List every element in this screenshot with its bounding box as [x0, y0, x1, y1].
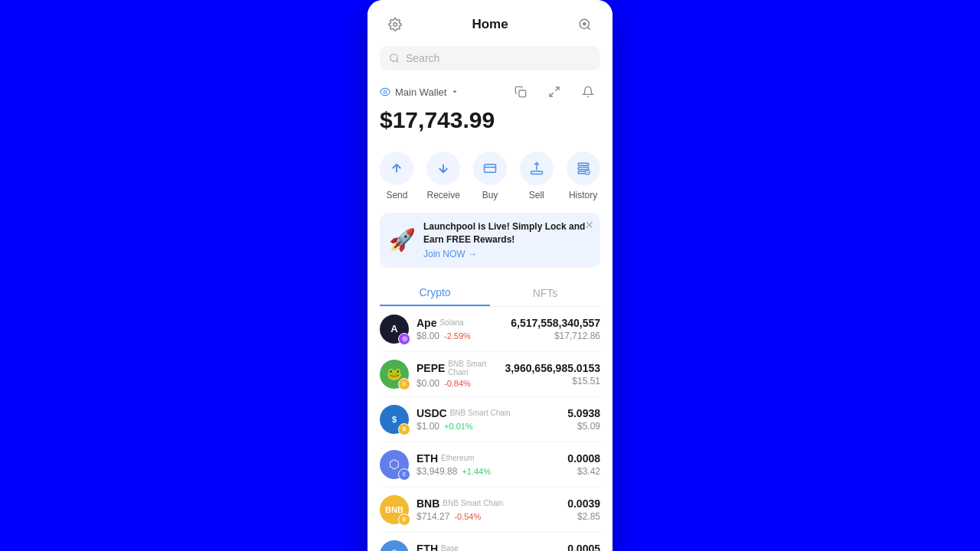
search-bar[interactable]: Search: [380, 46, 600, 70]
asset-item-eth-base[interactable]: ⬡ B ETH Base $3,949.88 +1.44% 0.0005 $1.…: [380, 533, 600, 551]
asset-item-bnb[interactable]: BNB B BNB BNB Smart Chain $714.27 -0.54%…: [380, 487, 600, 533]
history-button[interactable]: History: [567, 152, 600, 201]
usdc-usd: $5.09: [567, 421, 600, 432]
bnb-token-icon: BNB B: [380, 495, 409, 524]
pepe-amount: 3,960,656,985.0153: [505, 362, 600, 374]
bnb-info: BNB BNB Smart Chain $714.27 -0.54%: [416, 497, 567, 522]
header: Home: [368, 0, 612, 43]
banner-close-button[interactable]: ✕: [585, 219, 594, 231]
eth-values: 0.0008 $3.42: [567, 452, 600, 477]
bnb-chain-badge: B: [398, 514, 410, 526]
pepe-chain: BNB Smart Chain: [448, 360, 505, 377]
ape-values: 6,517,558,340,557 $17,712.86: [511, 317, 600, 341]
asset-list: A ◎ Ape Solana $8.00 -2.59% 6,517,558,34…: [368, 307, 612, 551]
chevron-down-icon: [451, 88, 459, 96]
buy-button[interactable]: Buy: [473, 152, 507, 201]
search-placeholder: Search: [406, 52, 439, 64]
banner-text: Launchpool is Live! Simply Lock and Earn…: [423, 220, 591, 260]
bnb-values: 0.0039 $2.85: [567, 497, 600, 522]
usdc-chain-badge: B: [398, 423, 410, 435]
svg-point-0: [394, 23, 397, 27]
eth-chain: Ethereum: [441, 454, 474, 462]
asset-item-pepe[interactable]: 🐸 B PEPE BNB Smart Chain $0.00 -0.84% 3,…: [380, 352, 600, 397]
sell-label: Sell: [529, 190, 544, 201]
eth-base-info: ETH Base $3,949.88 +1.44%: [416, 543, 567, 551]
banner-icon: 🚀: [389, 227, 416, 253]
settings-button[interactable]: [383, 12, 407, 37]
asset-item-usdc[interactable]: $ B USDC BNB Smart Chain $1.00 +0.01% 5.…: [380, 397, 600, 442]
receive-icon: [426, 152, 460, 185]
usdc-price: $1.00: [416, 421, 439, 432]
bnb-usd: $2.85: [567, 511, 600, 522]
asset-tabs: Crypto NFTs: [380, 280, 600, 307]
wallet-actions: [508, 80, 600, 104]
ape-name: Ape: [416, 317, 436, 329]
sell-button[interactable]: Sell: [520, 152, 554, 201]
wallet-balance: $17,743.99: [380, 107, 600, 133]
usdc-info: USDC BNB Smart Chain $1.00 +0.01%: [416, 407, 567, 432]
eth-price: $3,949.88: [416, 466, 457, 477]
svg-line-3: [587, 27, 590, 29]
usdc-amount: 5.0938: [567, 407, 600, 419]
asset-item-eth[interactable]: ⬡ E ETH Ethereum $3,949.88 +1.44% 0.0008…: [380, 442, 600, 487]
svg-rect-12: [484, 165, 495, 173]
send-label: Send: [386, 190, 407, 201]
usdc-values: 5.0938 $5.09: [567, 407, 600, 432]
svg-line-8: [555, 87, 559, 91]
eth-usd: $3.42: [567, 466, 600, 477]
tab-crypto[interactable]: Crypto: [380, 280, 490, 306]
receive-button[interactable]: Receive: [426, 152, 460, 201]
svg-rect-7: [519, 90, 526, 97]
usdc-token-icon: $ B: [380, 405, 409, 434]
eth-change: +1.44%: [462, 467, 491, 476]
phone-container: Home Search Main Wallet: [368, 0, 612, 551]
ape-usd: $17,712.86: [511, 331, 600, 341]
svg-rect-15: [578, 163, 589, 165]
bnb-chain: BNB Smart Chain: [443, 499, 503, 507]
page-title: Home: [472, 17, 508, 32]
svg-point-6: [384, 90, 387, 93]
svg-line-9: [550, 93, 554, 96]
usdc-change: +0.01%: [444, 422, 473, 431]
wallet-section: Main Wallet: [368, 80, 612, 139]
search-icon: [389, 53, 400, 64]
pepe-price: $0.00: [416, 378, 439, 389]
eth-base-token-icon: ⬡ B: [380, 540, 409, 551]
bnb-price: $714.27: [416, 511, 449, 522]
bnb-change: -0.54%: [454, 512, 481, 521]
svg-rect-16: [578, 168, 589, 170]
ape-info: Ape Solana $8.00 -2.59%: [416, 317, 511, 341]
ape-amount: 6,517,558,340,557: [511, 317, 600, 329]
join-now-button[interactable]: Join NOW →: [423, 249, 478, 259]
launchpool-banner: 🚀 Launchpool is Live! Simply Lock and Ea…: [380, 213, 600, 268]
ape-token-icon: A ◎: [380, 315, 409, 344]
eth-base-values: 0.0005 $1.97: [567, 543, 600, 551]
eth-amount: 0.0008: [567, 452, 600, 465]
eth-token-icon: ⬡ E: [380, 450, 409, 479]
ape-change: -2.59%: [444, 331, 471, 341]
copy-button[interactable]: [508, 80, 533, 104]
receive-label: Receive: [427, 190, 460, 201]
pepe-change: -0.84%: [444, 379, 471, 388]
eth-name: ETH: [416, 452, 438, 465]
eth-chain-badge: E: [398, 468, 410, 481]
svg-point-4: [390, 54, 397, 61]
tab-nfts[interactable]: NFTs: [490, 280, 600, 306]
banner-title: Launchpool is Live! Simply Lock and Earn…: [423, 220, 591, 246]
eth-base-chain: Base: [441, 544, 459, 551]
ape-price: $8.00: [416, 331, 439, 341]
bell-button[interactable]: [576, 80, 600, 104]
pepe-token-icon: 🐸 B: [380, 360, 409, 389]
history-label: History: [569, 190, 597, 201]
scan-button[interactable]: [573, 12, 597, 37]
eth-base-amount: 0.0005: [567, 543, 600, 551]
send-icon: [380, 152, 413, 185]
pepe-values: 3,960,656,985.0153 $15.51: [505, 362, 600, 386]
asset-item-ape[interactable]: A ◎ Ape Solana $8.00 -2.59% 6,517,558,34…: [380, 307, 600, 352]
pepe-name: PEPE: [416, 362, 445, 374]
pepe-chain-badge: B: [398, 378, 410, 390]
eth-info: ETH Ethereum $3,949.88 +1.44%: [416, 452, 567, 477]
expand-button[interactable]: [542, 80, 567, 104]
svg-point-2: [583, 22, 586, 26]
send-button[interactable]: Send: [380, 152, 413, 201]
